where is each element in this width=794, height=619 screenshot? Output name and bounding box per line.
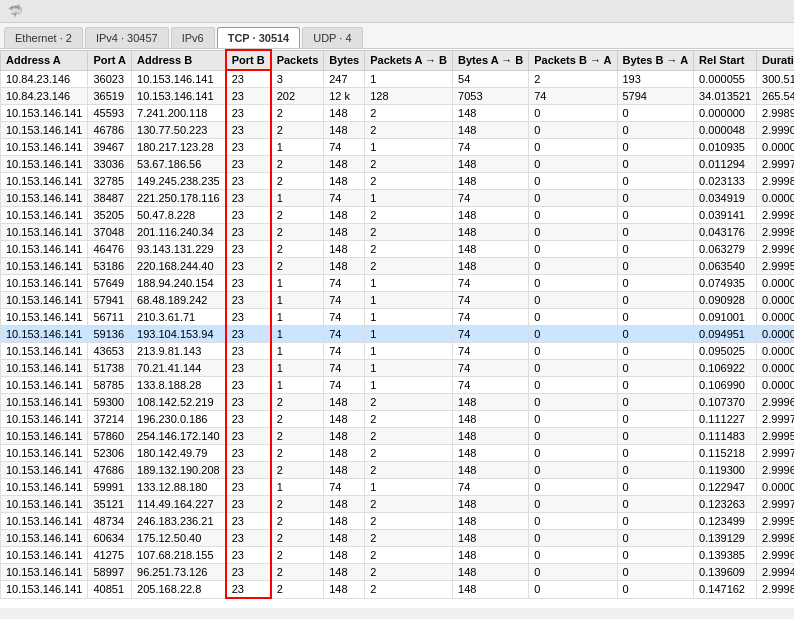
cell-r14-c8: 0: [529, 309, 617, 326]
table-row[interactable]: 10.153.146.14156711210.3.61.712317417400…: [1, 309, 795, 326]
cell-r28-c7: 148: [453, 547, 529, 564]
cell-r12-c8: 0: [529, 275, 617, 292]
conversations-table-container[interactable]: Address APort AAddress BPort BPacketsByt…: [0, 49, 794, 608]
cell-r10-c10: 0.063279: [694, 241, 757, 258]
cell-r0-c5: 247: [324, 70, 365, 88]
tab-tcp[interactable]: TCP · 30514: [217, 27, 301, 48]
table-row[interactable]: 10.153.146.14135121114.49.164.2272321482…: [1, 496, 795, 513]
table-row[interactable]: 10.153.146.14153186220.168.244.402321482…: [1, 258, 795, 275]
table-row[interactable]: 10.153.146.1413520550.47.8.2282321482148…: [1, 207, 795, 224]
table-row[interactable]: 10.153.146.14139467180.217.123.282317417…: [1, 139, 795, 156]
cell-r23-c1: 47686: [88, 462, 132, 479]
cell-r11-c0: 10.153.146.141: [1, 258, 88, 275]
col-header-packets-a---b[interactable]: Packets A → B: [365, 50, 453, 70]
cell-r2-c1: 45593: [88, 105, 132, 122]
table-row[interactable]: 10.153.146.14148734246.183.236.212321482…: [1, 513, 795, 530]
col-header-port-a[interactable]: Port A: [88, 50, 132, 70]
tab-udp[interactable]: UDP · 4: [302, 27, 362, 48]
cell-r29-c3: 23: [226, 564, 271, 581]
table-row[interactable]: 10.153.146.14152306180.142.49.7923214821…: [1, 445, 795, 462]
col-header-rel-start[interactable]: Rel Start: [694, 50, 757, 70]
tab-ipv4[interactable]: IPv4 · 30457: [85, 27, 169, 48]
cell-r3-c2: 130.77.50.223: [132, 122, 226, 139]
table-row[interactable]: 10.153.146.14138487221.250.178.116231741…: [1, 190, 795, 207]
cell-r25-c7: 148: [453, 496, 529, 513]
cell-r21-c1: 57860: [88, 428, 132, 445]
table-row[interactable]: 10.153.146.14147686189.132.190.208232148…: [1, 462, 795, 479]
cell-r16-c11: 0.0000: [757, 343, 794, 360]
table-row[interactable]: 10.153.146.14157649188.94.240.1542317417…: [1, 275, 795, 292]
table-row[interactable]: 10.153.146.14143653213.9.81.143231741740…: [1, 343, 795, 360]
cell-r10-c7: 148: [453, 241, 529, 258]
cell-r15-c6: 1: [365, 326, 453, 343]
cell-r26-c6: 2: [365, 513, 453, 530]
col-header-packets[interactable]: Packets: [271, 50, 324, 70]
cell-r3-c11: 2.9990: [757, 122, 794, 139]
table-row[interactable]: 10.153.146.1415899796.251.73.12623214821…: [1, 564, 795, 581]
table-row[interactable]: 10.153.146.14132785149.245.238.235232148…: [1, 173, 795, 190]
cell-r18-c8: 0: [529, 377, 617, 394]
table-row[interactable]: 10.153.146.14137214196.230.0.18623214821…: [1, 411, 795, 428]
table-row[interactable]: 10.84.23.1463602310.153.146.141233247154…: [1, 70, 795, 88]
table-row[interactable]: 10.153.146.14158785133.8.188.28231741740…: [1, 377, 795, 394]
table-row[interactable]: 10.153.146.1414647693.143.131.2292321482…: [1, 241, 795, 258]
table-row[interactable]: 10.153.146.1413303653.67.186.56232148214…: [1, 156, 795, 173]
cell-r10-c1: 46476: [88, 241, 132, 258]
cell-r15-c9: 0: [617, 326, 694, 343]
cell-r1-c3: 23: [226, 88, 271, 105]
col-header-bytes-a---b[interactable]: Bytes A → B: [453, 50, 529, 70]
cell-r18-c10: 0.106990: [694, 377, 757, 394]
cell-r9-c0: 10.153.146.141: [1, 224, 88, 241]
table-row[interactable]: 10.153.146.14141275107.68.218.1552321482…: [1, 547, 795, 564]
col-header-address-a[interactable]: Address A: [1, 50, 88, 70]
cell-r2-c2: 7.241.200.118: [132, 105, 226, 122]
table-row[interactable]: 10.153.146.14157860254.146.172.140232148…: [1, 428, 795, 445]
cell-r4-c5: 74: [324, 139, 365, 156]
cell-r22-c0: 10.153.146.141: [1, 445, 88, 462]
cell-r15-c5: 74: [324, 326, 365, 343]
cell-r18-c3: 23: [226, 377, 271, 394]
cell-r0-c9: 193: [617, 70, 694, 88]
cell-r23-c8: 0: [529, 462, 617, 479]
table-row[interactable]: 10.153.146.14159991133.12.88.18023174174…: [1, 479, 795, 496]
table-row[interactable]: 10.153.146.1415794168.48.189.24223174174…: [1, 292, 795, 309]
cell-r6-c2: 149.245.238.235: [132, 173, 226, 190]
table-row[interactable]: 10.153.146.141455937.241.200.11823214821…: [1, 105, 795, 122]
col-header-packets-b---a[interactable]: Packets B → A: [529, 50, 617, 70]
tab-ethernet[interactable]: Ethernet · 2: [4, 27, 83, 48]
table-row[interactable]: 10.153.146.1415173870.21.41.144231741740…: [1, 360, 795, 377]
cell-r3-c7: 148: [453, 122, 529, 139]
cell-r2-c9: 0: [617, 105, 694, 122]
table-row[interactable]: 10.153.146.14160634175.12.50.40232148214…: [1, 530, 795, 547]
col-header-bytes[interactable]: Bytes: [324, 50, 365, 70]
cell-r17-c6: 1: [365, 360, 453, 377]
cell-r28-c5: 148: [324, 547, 365, 564]
cell-r29-c7: 148: [453, 564, 529, 581]
cell-r2-c10: 0.000000: [694, 105, 757, 122]
cell-r21-c11: 2.9995: [757, 428, 794, 445]
cell-r0-c1: 36023: [88, 70, 132, 88]
cell-r20-c4: 2: [271, 411, 324, 428]
col-header-bytes-b---a[interactable]: Bytes B → A: [617, 50, 694, 70]
cell-r28-c8: 0: [529, 547, 617, 564]
cell-r6-c3: 23: [226, 173, 271, 190]
table-row[interactable]: 10.153.146.14137048201.116.240.342321482…: [1, 224, 795, 241]
cell-r19-c3: 23: [226, 394, 271, 411]
cell-r17-c3: 23: [226, 360, 271, 377]
table-row[interactable]: 10.153.146.14159300108.142.52.2192321482…: [1, 394, 795, 411]
cell-r16-c1: 43653: [88, 343, 132, 360]
cell-r28-c3: 23: [226, 547, 271, 564]
table-row[interactable]: 10.153.146.14146786130.77.50.22323214821…: [1, 122, 795, 139]
cell-r20-c11: 2.9997: [757, 411, 794, 428]
col-header-address-b[interactable]: Address B: [132, 50, 226, 70]
cell-r26-c11: 2.9995: [757, 513, 794, 530]
cell-r17-c4: 1: [271, 360, 324, 377]
table-row[interactable]: 10.84.23.1463651910.153.146.1412320212 k…: [1, 88, 795, 105]
tab-ipv6[interactable]: IPv6: [171, 27, 215, 48]
col-header-port-b[interactable]: Port B: [226, 50, 271, 70]
table-row[interactable]: 10.153.146.14159136193.104.153.942317417…: [1, 326, 795, 343]
col-header-duration[interactable]: Duration: [757, 50, 794, 70]
table-row[interactable]: 10.153.146.14140851205.168.22.8232148214…: [1, 581, 795, 599]
cell-r15-c11: 0.0000: [757, 326, 794, 343]
cell-r22-c6: 2: [365, 445, 453, 462]
